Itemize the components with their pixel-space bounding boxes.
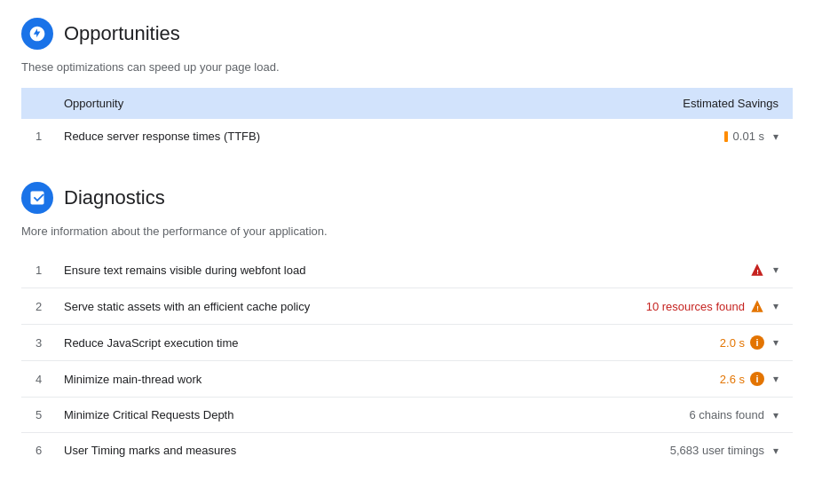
row-status: 10 resources found ! ▾ <box>518 288 793 325</box>
chevron-down-icon: ▾ <box>773 336 778 349</box>
info-icon: i <box>750 335 764 350</box>
diagnostics-row[interactable]: 1 Ensure text remains visible during web… <box>21 252 793 288</box>
row-num: 1 <box>21 119 50 154</box>
diagnostics-icon <box>21 182 53 214</box>
chevron-down-icon: ▾ <box>773 373 778 385</box>
opportunities-section: Opportunities These optimizations can sp… <box>21 18 793 154</box>
diagnostics-row[interactable]: 2 Serve static assets with an efficient … <box>21 288 793 325</box>
info-icon: i <box>750 372 764 386</box>
row-label: User Timing marks and measures <box>50 433 518 469</box>
row-num: 1 <box>21 252 50 288</box>
row-label: Ensure text remains visible during webfo… <box>50 252 518 288</box>
status-text: 5,683 user timings <box>670 444 764 457</box>
chevron-down-icon: ▾ <box>773 445 778 457</box>
row-num: 5 <box>21 398 50 433</box>
svg-text:!: ! <box>756 268 759 276</box>
warning-icon: ! <box>750 263 764 277</box>
savings-text: 0.01 s <box>733 130 764 143</box>
th-num <box>21 88 50 119</box>
diagnostics-row[interactable]: 6 User Timing marks and measures 5,683 u… <box>21 433 793 469</box>
th-opportunity: Opportunity <box>50 88 458 119</box>
status-text: 2.6 s <box>720 373 745 386</box>
diagnostics-row[interactable]: 3 Reduce JavaScript execution time 2.0 s… <box>21 325 793 361</box>
row-label: Reduce JavaScript execution time <box>50 325 518 361</box>
diagnostics-section: Diagnostics More information about the p… <box>21 182 793 468</box>
status-text: 10 resources found <box>646 300 745 313</box>
row-num: 3 <box>21 325 50 361</box>
row-status: 2.6 s i ▾ <box>518 361 793 398</box>
status-text: 6 chains found <box>689 408 764 421</box>
diagnostics-table: 1 Ensure text remains visible during web… <box>21 252 793 468</box>
diagnostics-title: Diagnostics <box>64 186 165 209</box>
row-savings: 0.01 s ▾ <box>458 119 793 154</box>
opportunity-row[interactable]: 1 Reduce server response times (TTFB) 0.… <box>21 119 793 154</box>
row-status: ! ▾ <box>518 252 793 288</box>
diagnostics-header: Diagnostics <box>21 182 793 214</box>
opportunities-title: Opportunities <box>64 22 180 45</box>
opportunities-table-header: Opportunity Estimated Savings <box>21 88 793 119</box>
row-num: 4 <box>21 361 50 398</box>
row-label: Serve static assets with an efficient ca… <box>50 288 518 325</box>
diagnostics-row[interactable]: 5 Minimize Critical Requests Depth 6 cha… <box>21 398 793 433</box>
row-label: Minimize Critical Requests Depth <box>50 398 518 433</box>
opportunities-header: Opportunities <box>21 18 793 50</box>
opportunities-description: These optimizations can speed up your pa… <box>21 60 793 74</box>
chevron-down-icon: ▾ <box>773 130 778 143</box>
diagnostics-description: More information about the performance o… <box>21 224 793 238</box>
row-status: 2.0 s i ▾ <box>518 325 793 361</box>
row-num: 6 <box>21 433 50 469</box>
svg-text:!: ! <box>756 304 759 312</box>
chevron-down-icon: ▾ <box>773 300 778 312</box>
th-savings: Estimated Savings <box>458 88 793 119</box>
opportunities-icon <box>21 18 53 50</box>
status-text: 2.0 s <box>720 336 745 350</box>
opportunities-table: Opportunity Estimated Savings 1 Reduce s… <box>21 88 793 154</box>
chevron-down-icon: ▾ <box>773 409 778 421</box>
warning-icon: ! <box>750 299 764 313</box>
row-num: 2 <box>21 288 50 325</box>
row-status: 6 chains found ▾ <box>518 398 793 433</box>
chevron-down-icon: ▾ <box>773 264 778 276</box>
row-label: Reduce server response times (TTFB) <box>50 119 458 154</box>
row-label: Minimize main-thread work <box>50 361 518 398</box>
diagnostics-row[interactable]: 4 Minimize main-thread work 2.6 s i ▾ <box>21 361 793 398</box>
savings-bar <box>724 131 728 142</box>
row-status: 5,683 user timings ▾ <box>518 433 793 469</box>
